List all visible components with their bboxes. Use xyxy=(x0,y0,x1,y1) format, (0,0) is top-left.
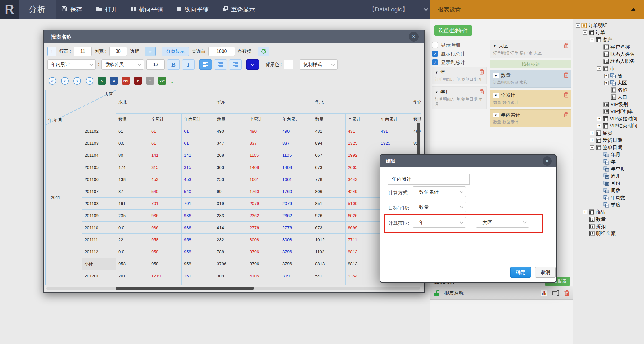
data-cell[interactable]: 303 xyxy=(214,161,247,173)
align-left-button[interactable] xyxy=(199,59,212,70)
border-style-dropdown[interactable] xyxy=(145,47,156,56)
trash-icon[interactable] xyxy=(479,89,484,96)
data-cell[interactable]: 673 xyxy=(313,222,346,234)
menu-item-横向平铺[interactable]: 横向平铺 xyxy=(131,5,163,13)
prev-page-icon[interactable]: ‹ xyxy=(61,77,69,85)
data-cell[interactable]: 261 xyxy=(116,270,149,282)
data-cell[interactable]: 541 xyxy=(313,270,346,282)
tree-item-市[interactable]: −市 xyxy=(573,65,644,72)
tree-item-年季度[interactable]: 年季度 xyxy=(573,165,644,173)
field-card-全累计[interactable]: ▼全累计数量 数值累计 xyxy=(490,90,571,107)
horizontal-scrollbar-thumb[interactable] xyxy=(116,287,254,290)
data-cell[interactable]: 3796 xyxy=(280,258,313,270)
trash-icon[interactable] xyxy=(564,290,570,297)
data-cell[interactable]: 1408 xyxy=(247,161,280,173)
ok-button[interactable]: 确定 xyxy=(510,267,531,278)
data-cell[interactable]: 6699 xyxy=(346,222,378,234)
trash-icon[interactable] xyxy=(479,69,484,76)
measure-header[interactable]: 年内累计 xyxy=(280,114,313,125)
data-cell[interactable]: 319 xyxy=(214,198,247,210)
data-cell[interactable]: 806 xyxy=(313,185,346,198)
checkbox-checked-icon[interactable]: ✓ xyxy=(432,59,438,65)
tree-item-VIP级别[interactable]: VIP级别 xyxy=(573,101,644,108)
font-family-dropdown[interactable]: 微软雅黑 xyxy=(101,59,144,70)
export-word-icon[interactable]: W xyxy=(110,77,118,85)
expand-icon[interactable]: + xyxy=(590,131,594,135)
data-cell[interactable]: 431 xyxy=(313,125,346,137)
checkbox-显示列总计[interactable]: ✓显示列总计 xyxy=(432,58,487,67)
field-card-年[interactable]: ▼年订单明细.订单.签单日期.年 xyxy=(432,67,487,84)
collapse-panel-icon[interactable] xyxy=(631,8,636,11)
checkbox-显示明细[interactable]: 显示明细 xyxy=(432,41,487,49)
data-cell[interactable]: 540 xyxy=(182,185,214,198)
data-cell[interactable]: 2776 xyxy=(247,222,280,234)
edit-dialog-titlebar[interactable]: 编辑 ✕ xyxy=(380,155,556,167)
data-cell[interactable]: 453 xyxy=(149,173,182,185)
data-cell[interactable]: 936 xyxy=(182,210,214,222)
report-window-titlebar[interactable]: 报表名称 ✕ xyxy=(44,30,424,43)
data-cell[interactable]: 87 xyxy=(116,185,149,198)
data-cell[interactable] xyxy=(116,282,149,285)
data-cell[interactable]: 958 xyxy=(182,258,214,270)
data-cell[interactable]: 788 xyxy=(214,246,247,258)
data-cell[interactable]: 851 xyxy=(313,198,346,210)
collapse-icon[interactable]: − xyxy=(576,23,580,28)
data-cell[interactable]: 61 xyxy=(149,125,182,137)
data-cell[interactable]: 414 xyxy=(214,222,247,234)
last-page-icon[interactable]: » xyxy=(86,77,93,85)
data-cell[interactable]: 673 xyxy=(313,161,346,173)
measure-header[interactable]: 数量 xyxy=(313,114,346,125)
close-icon[interactable]: ✕ xyxy=(409,32,419,42)
measure-header[interactable]: 年内累计 xyxy=(182,114,214,125)
data-cell[interactable]: 141 xyxy=(149,149,182,161)
set-filter-button[interactable]: 设置过滤条件 xyxy=(434,25,472,36)
data-cell[interactable]: 3008 xyxy=(280,234,313,246)
data-cell[interactable]: 309 xyxy=(280,270,313,282)
data-cell[interactable]: 1105 xyxy=(280,149,313,161)
expand-icon[interactable]: + xyxy=(590,138,594,142)
font-size-input[interactable] xyxy=(146,59,165,70)
collapse-icon[interactable]: − xyxy=(583,30,587,35)
menu-item-纵向平铺[interactable]: 纵向平铺 xyxy=(176,5,209,13)
data-cell[interactable]: 8813 xyxy=(313,258,346,270)
data-cell[interactable]: 3796 xyxy=(247,258,280,270)
data-cell[interactable]: 232 xyxy=(214,234,247,246)
data-cell[interactable]: 1661 xyxy=(280,173,313,185)
tree-item-签单日期[interactable]: −签单日期 xyxy=(573,144,644,151)
move-up-button[interactable]: ↑ xyxy=(47,47,56,56)
data-cell[interactable]: 453 xyxy=(182,173,214,185)
first-page-icon[interactable]: « xyxy=(49,77,56,85)
expand-icon[interactable]: + xyxy=(604,74,609,78)
data-cell[interactable]: 309 xyxy=(214,270,247,282)
tree-item-明细金额[interactable]: 明细金额 xyxy=(573,230,644,237)
checkbox-显示行总计[interactable]: ✓显示行总计 xyxy=(432,49,487,58)
row-label[interactable]: 201106 xyxy=(82,173,116,185)
data-cell[interactable]: 174 xyxy=(116,161,149,173)
data-cell[interactable]: 99 xyxy=(214,185,247,198)
export-excel-icon[interactable]: X xyxy=(98,77,106,85)
data-cell[interactable]: 490 xyxy=(214,125,247,137)
tree-item-客户[interactable]: −客户 xyxy=(573,36,644,43)
field-card-数量[interactable]: ▼数量订单明细.数量 求和 xyxy=(490,70,571,88)
data-cell[interactable] xyxy=(214,282,247,285)
refresh-button[interactable] xyxy=(258,47,269,56)
region-header[interactable]: 华南 xyxy=(411,90,421,114)
trash-icon[interactable] xyxy=(564,112,569,119)
data-cell[interactable]: 138 xyxy=(116,173,149,185)
expand-icon[interactable]: + xyxy=(597,117,601,121)
cancel-button[interactable]: 取消 xyxy=(535,267,556,278)
expand-icon[interactable]: + xyxy=(597,124,601,128)
tree-item-数量[interactable]: 数量 xyxy=(573,216,644,223)
calc-scope-dropdown-1[interactable]: 年 xyxy=(413,217,466,228)
data-cell[interactable]: 5100 xyxy=(346,198,378,210)
measure-header[interactable]: 全累计 xyxy=(247,114,280,125)
data-cell[interactable]: 0.0 xyxy=(116,246,149,258)
data-cell[interactable] xyxy=(182,282,214,285)
data-cell[interactable]: 1325 xyxy=(346,137,378,149)
tree-item-联系人姓名[interactable]: 联系人姓名 xyxy=(573,51,644,58)
tree-item-商品[interactable]: +商品 xyxy=(573,208,644,216)
datasource-select[interactable]: 【DataLogic】 xyxy=(369,0,428,19)
col-width-input[interactable] xyxy=(109,47,127,56)
download-icon[interactable]: ↓ xyxy=(170,77,174,85)
data-cell[interactable]: 490 xyxy=(280,125,313,137)
